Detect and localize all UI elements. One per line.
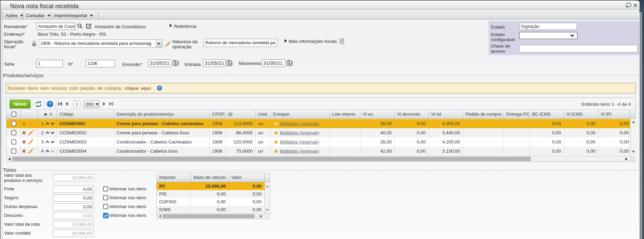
svg-text:?: ? [158,86,160,90]
svg-text:8: 8 [228,62,230,66]
svg-text:8: 8 [288,62,290,66]
svg-text:?: ? [49,102,51,107]
svg-text:8: 8 [174,62,176,66]
